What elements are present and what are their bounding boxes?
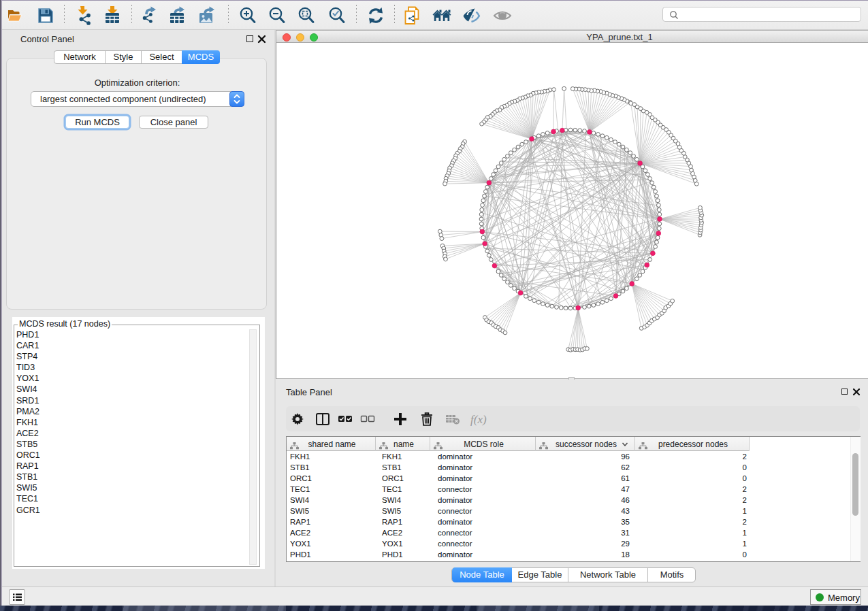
svg-text:f(x): f(x) [470,413,487,426]
